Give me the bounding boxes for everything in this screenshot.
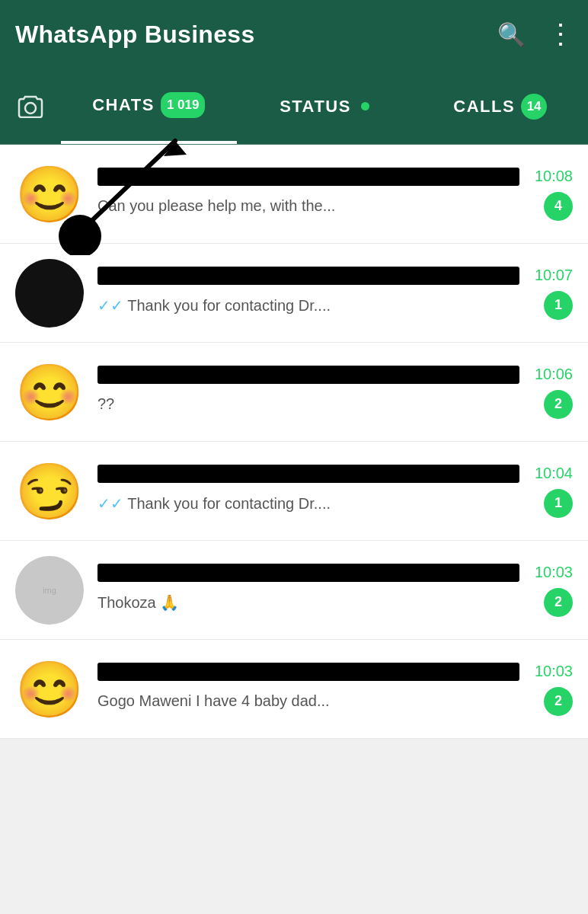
chat-message: Can you please help me, with the... <box>97 197 535 215</box>
camera-icon <box>17 95 44 118</box>
chat-time: 10:03 <box>535 663 573 680</box>
chat-message: Thokoza 🙏 <box>97 593 535 612</box>
chat-name-redacted <box>97 465 519 483</box>
unread-badge: 2 <box>544 390 573 419</box>
unread-badge: 2 <box>544 588 573 617</box>
status-dot <box>361 102 369 110</box>
chat-time: 10:04 <box>535 465 573 482</box>
chat-time: 10:07 <box>535 267 573 284</box>
chat-name-redacted <box>97 366 519 384</box>
more-options-icon[interactable]: ⋮ <box>547 18 573 50</box>
chats-badge: 1 019 <box>161 92 206 118</box>
tab-bar: CHATS 1 019 STATUS CALLS 14 <box>0 69 588 145</box>
unread-badge: 1 <box>544 291 573 320</box>
tab-calls[interactable]: CALLS 14 <box>412 69 588 144</box>
camera-tab[interactable] <box>0 95 61 118</box>
unread-badge: 4 <box>544 192 573 221</box>
chat-time: 10:08 <box>535 168 573 185</box>
chat-content: 10:03 Gogo Maweni I have 4 baby dad... 2 <box>97 663 573 716</box>
unread-badge: 2 <box>544 687 573 716</box>
chat-message: Gogo Maweni I have 4 baby dad... <box>97 692 535 710</box>
chat-time: 10:03 <box>535 564 573 581</box>
search-icon[interactable]: 🔍 <box>497 21 526 48</box>
chat-name-redacted <box>97 564 519 582</box>
chat-item[interactable]: 😏 10:04 ✓✓ Thank you for contacting Dr..… <box>0 442 588 541</box>
calls-tab-label: CALLS <box>453 97 515 117</box>
chat-message: ?? <box>97 395 535 413</box>
chat-item[interactable]: 😊 10:08 Can you please help me, with the… <box>0 145 588 244</box>
chat-name-redacted <box>97 168 519 186</box>
app-header: WhatsApp Business 🔍 ⋮ <box>0 0 588 69</box>
unread-badge: 1 <box>544 489 573 518</box>
chat-content: 10:07 ✓✓ Thank you for contacting Dr....… <box>97 267 573 320</box>
calls-badge: 14 <box>521 94 547 120</box>
tab-chats[interactable]: CHATS 1 019 <box>61 69 237 144</box>
chat-content: 10:06 ?? 2 <box>97 366 573 419</box>
chat-item[interactable]: 😊 10:06 ?? 2 <box>0 343 588 442</box>
chat-name-redacted <box>97 267 519 285</box>
avatar: 😊 <box>15 358 84 427</box>
chat-content: 10:04 ✓✓ Thank you for contacting Dr....… <box>97 465 573 518</box>
tab-status[interactable]: STATUS <box>237 69 413 144</box>
chat-message: ✓✓ Thank you for contacting Dr.... <box>97 494 535 513</box>
status-tab-label: STATUS <box>280 97 351 117</box>
avatar <box>15 259 84 328</box>
app-title: WhatsApp Business <box>15 21 254 49</box>
header-icons: 🔍 ⋮ <box>497 18 573 50</box>
chat-time: 10:06 <box>535 366 573 383</box>
svg-point-0 <box>25 103 36 113</box>
chat-item[interactable]: img 10:03 Thokoza 🙏 2 <box>0 541 588 640</box>
avatar: 😏 <box>15 457 84 526</box>
avatar: img <box>15 556 84 625</box>
chat-item[interactable]: 10:07 ✓✓ Thank you for contacting Dr....… <box>0 244 588 343</box>
avatar: 😊 <box>15 655 84 724</box>
chats-tab-label: CHATS <box>92 95 155 115</box>
chat-name-redacted <box>97 663 519 681</box>
chat-content: 10:03 Thokoza 🙏 2 <box>97 564 573 617</box>
chat-message: ✓✓ Thank you for contacting Dr.... <box>97 296 535 315</box>
chat-list: 😊 10:08 Can you please help me, with the… <box>0 145 588 739</box>
chat-item[interactable]: 😊 10:03 Gogo Maweni I have 4 baby dad...… <box>0 640 588 739</box>
chat-content: 10:08 Can you please help me, with the..… <box>97 168 573 221</box>
avatar: 😊 <box>15 160 84 228</box>
